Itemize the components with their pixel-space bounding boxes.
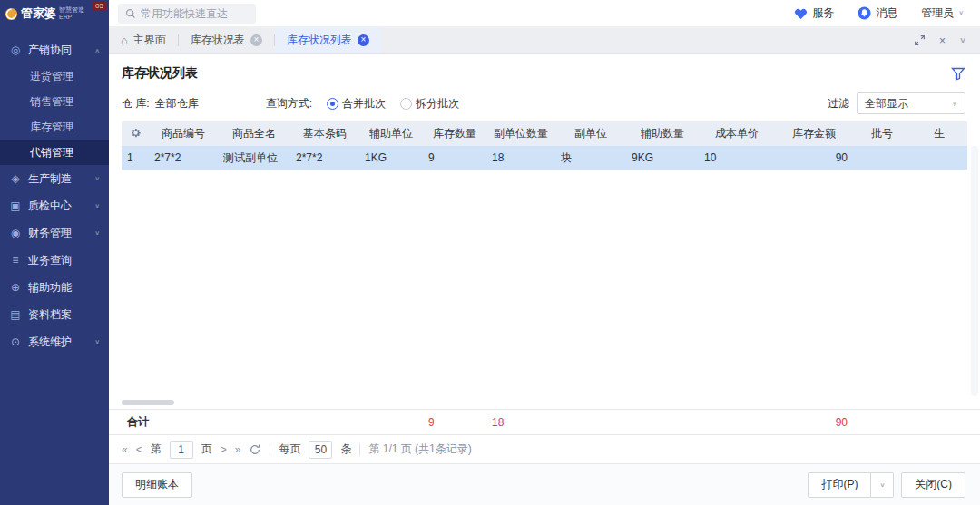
vertical-scrollbar[interactable]: [971, 146, 978, 396]
radio-merge-batch[interactable]: 合并批次: [327, 96, 386, 112]
total-batch-no: [853, 410, 911, 434]
close-all-tabs-icon[interactable]: ×: [939, 34, 946, 47]
tab-home[interactable]: ⌂主界面: [109, 27, 178, 53]
sidebar-item-inventory-mgmt[interactable]: 库存管理: [0, 114, 109, 140]
messages-label: 消息: [876, 5, 897, 21]
first-page-button[interactable]: «: [122, 443, 128, 456]
sidebar-item-finance-mgmt[interactable]: ◉财务管理∨: [0, 219, 109, 247]
column-header-product-code[interactable]: 商品编号: [149, 121, 218, 146]
tab-close-icon[interactable]: ×: [358, 34, 369, 46]
cell-sub-unit: 块: [555, 146, 626, 170]
last-page-button[interactable]: »: [235, 443, 241, 456]
cell-aux-qty: 9KG: [626, 146, 699, 170]
horizontal-scrollbar[interactable]: [122, 400, 967, 407]
sidebar-item-system-maintenance[interactable]: ⊙系统维护∨: [0, 328, 109, 355]
tab-inventory-status-list[interactable]: 库存状况列表×: [275, 27, 381, 53]
page-label-pre: 第: [151, 442, 162, 457]
table-row[interactable]: 12*7*2测试副单位2*7*21KG918块9KG1090: [122, 146, 967, 170]
sidebar-item-purchase-mgmt[interactable]: 进货管理: [0, 63, 109, 89]
pagination-separator: [359, 443, 360, 456]
cell-sub-unit-qty: 18: [486, 146, 555, 170]
sidebar-item-business-query[interactable]: ≡业务查询: [0, 247, 109, 274]
tab-inventory-status-report[interactable]: 库存状况表×: [179, 27, 274, 53]
filter-icon[interactable]: [951, 66, 965, 81]
sidebar-item-production-sales-collab[interactable]: ◎产销协同∧: [0, 36, 109, 63]
column-header-aux-unit[interactable]: 辅助单位: [359, 121, 423, 146]
system-icon: ⊙: [9, 335, 22, 348]
next-page-button[interactable]: >: [220, 443, 227, 456]
sidebar-item-sales-mgmt[interactable]: 销售管理: [0, 89, 109, 114]
column-header-barcode[interactable]: 基本条码: [290, 121, 359, 146]
close-button[interactable]: 关闭(C): [901, 472, 965, 498]
user-menu[interactable]: 管理员 ∨: [921, 5, 964, 21]
messages-menu[interactable]: 消息: [858, 5, 897, 21]
sidebar-item-quality-center[interactable]: ▣质检中心∨: [0, 192, 109, 219]
total-barcode: [290, 410, 359, 434]
warehouse-label: 仓 库:: [122, 96, 150, 112]
warehouse-value[interactable]: 全部仓库: [155, 96, 199, 112]
tab-close-icon[interactable]: ×: [250, 34, 262, 46]
refresh-icon[interactable]: [249, 443, 261, 456]
cell-stock-qty: 9: [423, 146, 486, 170]
page-title: 库存状况列表: [122, 65, 198, 82]
app-root: 管家婆 智慧管造ERP 05 ◎产销协同∧进货管理销售管理库存管理代销管理◈生产…: [0, 0, 980, 505]
footer-right: 打印(P) ∨ 关闭(C): [808, 472, 965, 498]
detail-ledger-button[interactable]: 明细账本: [122, 472, 192, 498]
column-header-product-name[interactable]: 商品全名: [218, 121, 290, 146]
column-header-unit-cost[interactable]: 成本单价: [699, 121, 775, 146]
prev-page-button[interactable]: <: [136, 443, 142, 456]
print-button[interactable]: 打印(P): [808, 472, 871, 498]
search-input[interactable]: [141, 7, 242, 20]
column-header-prod-date[interactable]: 生: [911, 121, 967, 146]
auxiliary-icon: ⊕: [9, 281, 22, 294]
column-header-stock-amount[interactable]: 库存金额: [775, 121, 853, 146]
chevron-down-icon: ∨: [879, 481, 885, 488]
chevron-down-icon: ∨: [94, 229, 100, 236]
cell-barcode: 2*7*2: [290, 146, 359, 170]
cell-row-config: 1: [122, 146, 149, 170]
sidebar-item-manufacturing[interactable]: ◈生产制造∨: [0, 165, 109, 192]
column-header-sub-unit[interactable]: 副单位: [555, 121, 626, 146]
query-icon: ≡: [9, 254, 22, 267]
cell-product-code: 2*7*2: [149, 146, 218, 170]
total-prod-date: [911, 410, 967, 434]
sidebar-item-consignment-mgmt[interactable]: 代销管理: [0, 140, 109, 165]
radio-merge-label: 合并批次: [342, 96, 386, 112]
page-number-input[interactable]: 1: [170, 441, 193, 459]
gear-icon[interactable]: [130, 127, 142, 139]
radio-split-label: 拆分批次: [416, 96, 459, 112]
sidebar-item-auxiliary-functions[interactable]: ⊕辅助功能: [0, 274, 109, 301]
column-header-stock-qty[interactable]: 库存数量: [423, 121, 486, 146]
service-menu[interactable]: 服务: [794, 5, 834, 21]
column-header-sub-unit-qty[interactable]: 副单位数量: [486, 121, 555, 146]
print-split-button: 打印(P) ∨: [808, 472, 894, 498]
sidebar-item-data-archives[interactable]: ▤资料档案: [0, 301, 109, 328]
filter-bar: 仓 库: 全部仓库 查询方式: 合并批次 拆分批次 过滤 全部显示 ∨: [109, 85, 980, 121]
total-product-code: [149, 410, 218, 434]
bell-icon: [858, 6, 871, 20]
chevron-up-icon: ∧: [94, 46, 100, 53]
tab-label: 库存状况表: [191, 33, 245, 48]
print-dropdown-button[interactable]: ∨: [871, 472, 894, 498]
total-sub-unit-qty: 18: [486, 410, 555, 434]
column-header-batch-no[interactable]: 批号: [853, 121, 911, 146]
quality-icon: ▣: [9, 199, 22, 212]
quick-search[interactable]: [118, 4, 256, 24]
per-page-input[interactable]: 50: [309, 441, 332, 459]
home-icon: ⌂: [121, 34, 128, 47]
service-label: 服务: [812, 5, 834, 21]
scrollbar-thumb[interactable]: [122, 400, 174, 405]
user-name: 管理员: [921, 5, 954, 21]
filter-select[interactable]: 全部显示 ∨: [857, 92, 965, 114]
radio-split-batch[interactable]: 拆分批次: [400, 96, 459, 112]
expand-icon[interactable]: [914, 34, 926, 46]
per-page-label: 每页: [279, 442, 300, 457]
pagination: « < 第 1 页 > » 每页 50 条 第 1/1 页 (共1条记录): [109, 435, 980, 463]
collapse-tabs-icon[interactable]: ∨: [959, 35, 966, 44]
column-header-aux-qty[interactable]: 辅助数量: [626, 121, 699, 146]
tab-label: 库存状况列表: [287, 33, 352, 48]
column-header-row-config[interactable]: [122, 121, 149, 146]
query-mode-label: 查询方式:: [266, 96, 312, 112]
sidebar-item-label: 辅助功能: [28, 280, 72, 296]
chevron-down-icon: ∨: [94, 338, 100, 345]
